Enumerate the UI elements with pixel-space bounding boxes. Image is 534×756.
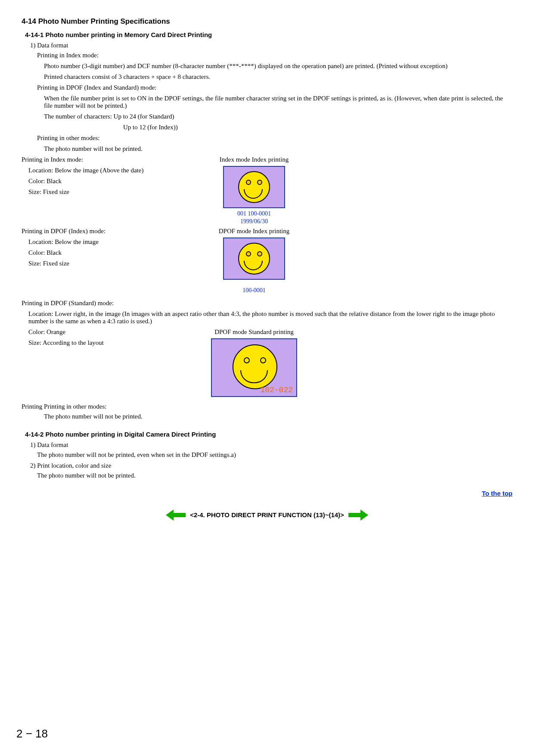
arrow-right-icon[interactable] (348, 509, 368, 521)
body-text: Location: Lower right, in the image (In … (28, 310, 512, 325)
thumbnail-image (223, 166, 285, 208)
other-modes-heading: Printing in other modes: (37, 134, 512, 142)
page-number: 2 − 18 (16, 727, 48, 740)
body-text: Up to 12 (for Index)) (123, 124, 512, 131)
figure-title: DPOF mode Index printing (198, 228, 310, 235)
body-text: Size: Fixed size (28, 260, 181, 267)
index-mode-heading: Printing in Index mode: (37, 52, 512, 59)
body-text: Size: According to the layout (28, 339, 181, 347)
body-text: Printed characters consist of 3 characte… (44, 73, 512, 81)
page-nav: <2-4. PHOTO DIRECT PRINT FUNCTION (13)~(… (22, 509, 512, 521)
to-top-container: To the top (22, 490, 512, 497)
body-text: Location: Below the image (28, 238, 181, 246)
smiley-icon (238, 171, 270, 203)
body-text: The photo number will not be printed. (37, 472, 512, 479)
image-overlay-number: 102-022 (260, 386, 293, 394)
figure-caption: 001 100-0001 (198, 210, 310, 218)
arrow-left-icon[interactable] (166, 509, 186, 521)
data-format-heading: 1) Data format (30, 42, 512, 49)
body-text: Color: Black (28, 178, 181, 185)
body-text: Size: Fixed size (28, 188, 181, 196)
print-location-heading: 2) Print location, color and size (30, 462, 512, 469)
nav-section-label: <2-4. PHOTO DIRECT PRINT FUNCTION (13)~(… (190, 511, 344, 519)
heading-4-14-1: 4-14-1 Photo number printing in Memory C… (25, 31, 512, 38)
figure-title: DPOF mode Standard printing (198, 328, 310, 336)
body-text: When the file number print is set to ON … (44, 95, 512, 109)
smiley-icon (233, 344, 277, 389)
heading-4-14: 4-14 Photo Number Printing Specification… (22, 17, 512, 26)
thumbnail-image (223, 237, 285, 280)
figure-caption: 100-0001 (198, 287, 310, 294)
other-modes-heading: Printing Printing in other modes: (22, 403, 512, 410)
data-format-heading: 1) Data format (30, 441, 512, 449)
svg-marker-0 (166, 509, 186, 521)
body-text: The photo number will not be printed, ev… (37, 451, 512, 459)
body-text: Location: Below the image (Above the dat… (28, 167, 181, 174)
document-page: 4-14 Photo Number Printing Specification… (0, 0, 534, 756)
body-text: The photo number will not be printed. (44, 413, 512, 420)
body-text: Photo number (3-digit number) and DCF nu… (44, 62, 512, 70)
smiley-icon (238, 243, 270, 275)
heading-4-14-2: 4-14-2 Photo number printing in Digital … (25, 431, 512, 438)
index-mode-heading: Printing in Index mode: (22, 156, 181, 163)
to-top-link[interactable]: To the top (482, 490, 512, 497)
dpof-idx-std-heading: Printing in DPOF (Index and Standard) mo… (37, 84, 512, 91)
body-text: The number of characters: Up to 24 (for … (44, 113, 512, 120)
figure-title: Index mode Index printing (198, 156, 310, 163)
thumbnail-image-large: 102-022 (211, 338, 297, 397)
dpof-standard-heading: Printing in DPOF (Standard) mode: (22, 300, 512, 307)
body-text: Color: Orange (28, 328, 181, 336)
svg-marker-1 (348, 509, 368, 521)
dpof-index-heading: Printing in DPOF (Index) mode: (22, 228, 181, 235)
body-text: The photo number will not be printed. (44, 145, 512, 153)
figure-caption: 1999/06/30 (198, 218, 310, 225)
body-text: Color: Black (28, 249, 181, 256)
